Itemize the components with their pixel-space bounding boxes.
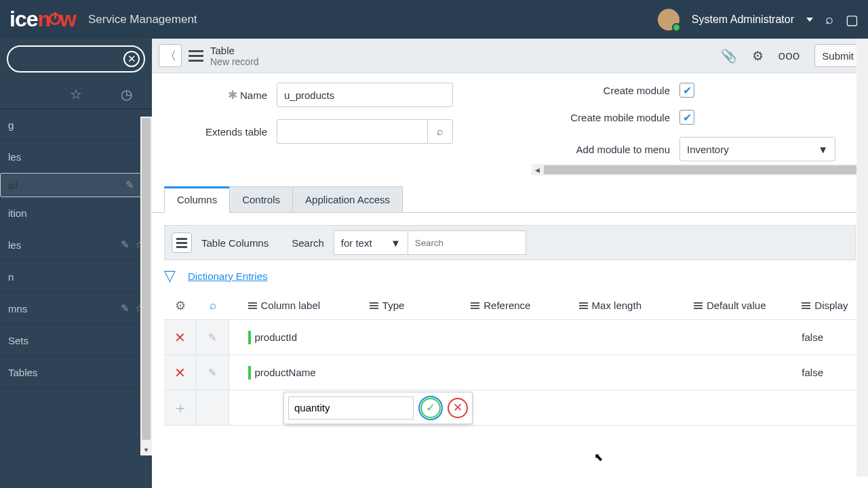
tab-appaccess[interactable]: Application Access — [292, 186, 403, 213]
filter-icon[interactable]: ▽ — [164, 267, 176, 285]
table-toolbar: Table Columns Search for text▼ — [164, 225, 856, 260]
tabs: Columns Controls Application Access — [164, 186, 868, 213]
brand-text: Service Management — [88, 13, 197, 26]
context-menu-icon[interactable] — [189, 50, 203, 62]
tab-columns[interactable]: Columns — [164, 186, 230, 213]
search-label: Search — [292, 237, 324, 249]
extends-field[interactable] — [277, 119, 427, 144]
col-type[interactable]: Type — [382, 300, 405, 311]
chevron-down-icon: ▼ — [818, 144, 828, 155]
create-module-checkbox[interactable]: ✔ — [679, 83, 694, 98]
col-def[interactable]: Default value — [707, 300, 766, 311]
search-input[interactable] — [408, 230, 526, 255]
edit-icon[interactable]: ✎ — [197, 320, 229, 354]
table-title: Table Columns — [201, 237, 269, 249]
create-mobile-checkbox[interactable]: ✔ — [679, 110, 694, 125]
nav-item[interactable]: ail✎☆ — [0, 173, 152, 197]
more-icon[interactable]: ooo — [778, 48, 800, 63]
delete-icon[interactable]: ✕ — [164, 355, 197, 390]
record-sub: New record — [210, 56, 259, 67]
record-type: Table — [210, 45, 259, 56]
attachment-icon[interactable]: 📎 — [721, 48, 737, 64]
table-row[interactable]: ✕ ✎ productName false — [164, 355, 856, 390]
name-label: Name — [240, 89, 267, 101]
required-icon: ✱ — [228, 89, 237, 102]
nav-item[interactable]: Tables — [0, 357, 152, 388]
sort-icon[interactable] — [248, 302, 257, 309]
logo: icenw — [9, 7, 76, 32]
nav-item[interactable]: les — [0, 141, 152, 173]
col-search-icon[interactable]: ⌕ — [197, 299, 229, 312]
nav-item[interactable]: ition — [0, 197, 152, 229]
nav-tab-all[interactable] — [0, 79, 51, 108]
scroll-down-icon[interactable]: ▼ — [140, 444, 152, 455]
nav-item[interactable]: Sets — [0, 325, 152, 357]
form: ✱Name Extends table ⌕ Create module ✔ Cr… — [152, 73, 868, 164]
sidebar-scrollbar[interactable]: ▲ ▼ — [140, 117, 152, 455]
edit-icon[interactable]: ✎ — [121, 239, 130, 251]
chevron-down-icon[interactable] — [806, 18, 813, 22]
top-bar: icenw Service Management System Administ… — [0, 0, 868, 39]
menu-label: Add module to menu — [534, 144, 670, 155]
sidebar: ✕ ☆ ◷ g les ail✎☆ ition les✎☆ n mns✎☆ Se… — [0, 39, 152, 488]
table-row-new: ＋ ✓ ✕ — [164, 390, 856, 426]
back-button[interactable]: 〈 — [159, 44, 182, 67]
nav-tab-history[interactable]: ◷ — [101, 79, 152, 108]
delete-icon[interactable]: ✕ — [164, 320, 197, 354]
user-name[interactable]: System Administrator — [692, 14, 794, 26]
col-max[interactable]: Max length — [592, 300, 642, 311]
record-header: 〈 Table New record 📎 ⚙ ooo Submit — [152, 39, 868, 73]
nav-item[interactable]: mns✎☆ — [0, 293, 152, 325]
edit-icon[interactable]: ✎ — [121, 302, 130, 314]
edit-icon[interactable]: ✎ — [197, 355, 229, 390]
nav-item[interactable]: g — [0, 109, 152, 141]
search-icon[interactable]: ⌕ — [825, 12, 833, 27]
create-mobile-label: Create mobile module — [534, 112, 670, 123]
new-column-input[interactable] — [288, 396, 414, 420]
col-ref[interactable]: Reference — [484, 300, 530, 311]
edit-icon[interactable]: ✎ — [125, 179, 134, 191]
cancel-button[interactable]: ✕ — [448, 398, 468, 418]
add-row-icon[interactable]: ＋ — [164, 390, 197, 425]
col-dis[interactable]: Display — [814, 300, 848, 311]
clear-icon[interactable]: ✕ — [123, 51, 140, 67]
v-scrollbar[interactable] — [856, 39, 868, 476]
h-scrollbar[interactable]: ◀ — [532, 164, 868, 176]
cursor-icon: ⬉ — [594, 451, 603, 464]
name-field[interactable] — [277, 83, 453, 107]
tab-controls[interactable]: Controls — [229, 186, 293, 213]
avatar[interactable] — [658, 9, 679, 30]
chat-icon[interactable]: ▢ — [846, 12, 859, 28]
table-row[interactable]: ✕ ✎ productId false — [164, 320, 856, 355]
main: 〈 Table New record 📎 ⚙ ooo Submit ✱Name … — [152, 39, 868, 488]
lookup-icon[interactable]: ⌕ — [427, 119, 453, 144]
settings-icon[interactable]: ⚙ — [752, 48, 764, 64]
menu-select[interactable]: Inventory▼ — [679, 137, 835, 161]
nav-tab-fav[interactable]: ☆ — [51, 79, 102, 108]
gear-icon[interactable]: ⚙ — [164, 298, 197, 313]
confirm-button[interactable]: ✓ — [420, 398, 441, 418]
nav-item[interactable]: les✎☆ — [0, 229, 152, 261]
nav-item[interactable]: n — [0, 261, 152, 293]
grid: ⚙ ⌕ Column label Type Reference Max leng… — [164, 291, 856, 426]
search-mode-select[interactable]: for text▼ — [334, 230, 408, 255]
col-label[interactable]: Column label — [261, 300, 321, 311]
nav-filter[interactable]: ✕ — [7, 45, 145, 73]
chevron-down-icon: ▼ — [391, 237, 401, 249]
submit-button[interactable]: Submit — [814, 44, 861, 67]
inline-editor: ✓ ✕ — [283, 392, 473, 424]
list-menu-icon[interactable] — [172, 232, 192, 253]
create-module-label: Create module — [534, 85, 670, 96]
dictionary-link[interactable]: Dictionary Entries — [188, 270, 268, 282]
extends-label: Extends table — [172, 126, 267, 138]
